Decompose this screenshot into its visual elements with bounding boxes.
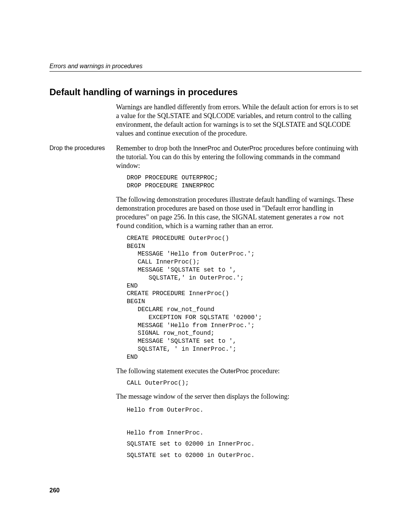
page-number: 260 [49, 487, 60, 494]
section-heading: Default handling of warnings in procedur… [49, 87, 362, 97]
outerproc-label: OuterProc [234, 145, 262, 152]
output-block: Hello from OuterProc. Hello from InnerPr… [127, 405, 362, 461]
demo-paragraph: The following demonstration procedures i… [116, 195, 362, 231]
intro-paragraph: Warnings are handled differently from er… [116, 103, 362, 138]
exec-paragraph: The following statement executes the Out… [116, 367, 362, 375]
demo-text-2: condition, which is a warning rather tha… [134, 222, 273, 230]
demo-text-1: The following demonstration procedures i… [116, 196, 354, 221]
message-window-paragraph: The message window of the server then di… [116, 392, 362, 401]
innerproc-label: InnerProc [193, 145, 220, 152]
drop-text-1: Remember to drop both the [116, 144, 193, 152]
code-create-procedures: CREATE PROCEDURE OuterProc() BEGIN MESSA… [127, 235, 362, 361]
exec-text-1: The following statement executes the [116, 367, 220, 375]
outerproc-exec-label: OuterProc [220, 367, 249, 374]
running-header: Errors and warnings in procedures [49, 63, 362, 72]
code-drop-procedures: DROP PROCEDURE OUTERPROC; DROP PROCEDURE… [127, 174, 362, 190]
drop-paragraph: Remember to drop both the InnerProc and … [116, 144, 362, 170]
code-call-outerproc: CALL OuterProc(); [127, 379, 362, 387]
sidehead-drop-procedures: Drop the procedures [49, 144, 116, 152]
drop-text-and: and [220, 144, 234, 152]
exec-text-2: procedure: [249, 367, 280, 375]
